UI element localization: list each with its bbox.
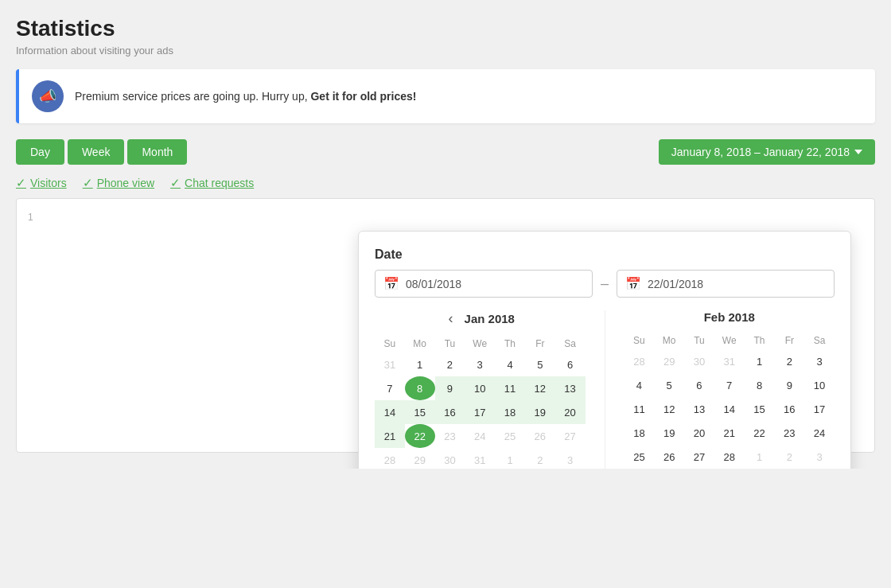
calendar-day[interactable]: 20 (684, 421, 714, 445)
calendar-day[interactable]: 17 (465, 400, 495, 424)
chevron-down-icon (854, 150, 862, 154)
day-of-week-header: Tu (684, 332, 714, 349)
day-of-week-header: Fr (525, 335, 555, 352)
left-calendar-header-row: SuMoTuWeThFrSa (375, 335, 586, 352)
calendar-day[interactable]: 12 (654, 397, 684, 421)
period-btn-group: Day Week Month (16, 139, 187, 165)
checkboxes-row: ✓ Visitors ✓ Phone view ✓ Chat requests (16, 176, 875, 190)
calendar-day: 28 (624, 349, 655, 373)
day-of-week-header: Tu (435, 335, 465, 352)
calendar-day[interactable]: 21 (714, 421, 745, 445)
calendar-week-row: 25262728123 (624, 445, 835, 469)
left-calendar-month: Jan 2018 (465, 312, 515, 325)
calendar-day[interactable]: 15 (405, 400, 435, 424)
calendar-day: 2 (525, 448, 555, 469)
calendar-day[interactable]: 11 (495, 376, 525, 400)
calendar-day[interactable]: 11 (624, 397, 655, 421)
calendar-day: 29 (405, 448, 435, 469)
calendar-day[interactable]: 24 (804, 421, 835, 445)
calendar-day: 3 (555, 448, 586, 469)
calendar-day[interactable]: 1 (405, 352, 435, 376)
chat-requests-checkbox[interactable]: ✓ Chat requests (170, 176, 254, 190)
calendar-day[interactable]: 8 (745, 373, 775, 397)
calendar-day[interactable]: 14 (714, 397, 745, 421)
calendar-day[interactable]: 8 (405, 376, 435, 400)
calendar-week-row: 18192021222324 (624, 421, 835, 445)
day-of-week-header: We (465, 335, 495, 352)
day-of-week-header: Th (495, 335, 525, 352)
calendar-day[interactable]: 14 (375, 400, 405, 424)
calendar-day[interactable]: 25 (624, 445, 655, 469)
calendar-day[interactable]: 28 (714, 445, 745, 469)
calendar-day[interactable]: 18 (495, 400, 525, 424)
calendar-day[interactable]: 2 (435, 352, 465, 376)
calendar-day[interactable]: 20 (555, 400, 586, 424)
calendar-day[interactable]: 3 (804, 349, 835, 373)
calendar-day[interactable]: 10 (804, 373, 835, 397)
day-of-week-header: Mo (654, 332, 684, 349)
end-date-input[interactable]: 📅 22/01/2018 (617, 270, 835, 298)
calendar-day: 31 (465, 448, 495, 469)
calendar-day: 31 (714, 349, 745, 373)
calendar-start-icon: 📅 (383, 276, 399, 291)
calendar-day[interactable]: 13 (555, 376, 586, 400)
calendar-day[interactable]: 22 (405, 424, 435, 448)
prev-month-button[interactable]: ‹ (446, 310, 457, 327)
calendar-day[interactable]: 2 (774, 349, 804, 373)
calendar-day[interactable]: 4 (624, 373, 655, 397)
calendar-day[interactable]: 15 (745, 397, 775, 421)
calendar-day[interactable]: 16 (774, 397, 804, 421)
visitors-checkbox[interactable]: ✓ Visitors (16, 176, 67, 190)
notification-banner: 📣 Premium service prices are going up. H… (16, 69, 875, 123)
calendar-day[interactable]: 17 (804, 397, 835, 421)
day-of-week-header: Su (375, 335, 405, 352)
day-of-week-header: Sa (555, 335, 586, 352)
right-calendar-body: 2829303112345678910111213141516171819202… (624, 349, 835, 469)
calendar-day[interactable]: 26 (654, 445, 684, 469)
date-picker-label: Date (375, 247, 835, 262)
calendar-day[interactable]: 5 (654, 373, 684, 397)
calendar-day[interactable]: 23 (774, 421, 804, 445)
calendar-day[interactable]: 5 (525, 352, 555, 376)
date-range-button[interactable]: January 8, 2018 – January 22, 2018 (659, 139, 875, 165)
calendar-day: 27 (555, 424, 586, 448)
calendar-day[interactable]: 7 (375, 376, 405, 400)
calendar-day[interactable]: 16 (435, 400, 465, 424)
calendar-day[interactable]: 12 (525, 376, 555, 400)
calendar-day[interactable]: 6 (555, 352, 586, 376)
calendar-day[interactable]: 4 (495, 352, 525, 376)
calendar-day: 30 (435, 448, 465, 469)
calendar-day[interactable]: 9 (774, 373, 804, 397)
calendar-day[interactable]: 13 (684, 397, 714, 421)
start-date-input[interactable]: 📅 08/01/2018 (375, 270, 593, 298)
calendar-day[interactable]: 6 (684, 373, 714, 397)
day-of-week-header: Su (624, 332, 655, 349)
calendar-day[interactable]: 19 (525, 400, 555, 424)
calendar-day[interactable]: 27 (684, 445, 714, 469)
month-button[interactable]: Month (127, 139, 187, 165)
calendar-day[interactable]: 21 (375, 424, 405, 448)
week-button[interactable]: Week (68, 139, 125, 165)
calendar-day[interactable]: 9 (435, 376, 465, 400)
calendar-day: 31 (375, 352, 405, 376)
day-button[interactable]: Day (16, 139, 64, 165)
day-of-week-header: We (714, 332, 745, 349)
calendar-day: 1 (495, 448, 525, 469)
calendar-day[interactable]: 18 (624, 421, 655, 445)
left-calendar-header: ‹ Jan 2018 (375, 310, 586, 327)
calendar-week-row: 14151617181920 (375, 400, 586, 424)
calendars-row: ‹ Jan 2018 SuMoTuWeThFrSa 31123456789101… (375, 310, 835, 469)
page-subtitle: Information about visiting your ads (16, 45, 875, 56)
date-inputs-row: 📅 08/01/2018 – 📅 22/01/2018 (375, 270, 835, 298)
calendar-week-row: 21222324252627 (375, 424, 586, 448)
calendar-day[interactable]: 1 (745, 349, 775, 373)
calendar-day[interactable]: 3 (465, 352, 495, 376)
calendar-day: 29 (654, 349, 684, 373)
calendar-day[interactable]: 7 (714, 373, 745, 397)
calendar-day[interactable]: 22 (745, 421, 775, 445)
calendar-week-row: 78910111213 (375, 376, 586, 400)
calendar-day[interactable]: 10 (465, 376, 495, 400)
left-calendar-body: 3112345678910111213141516171819202122232… (375, 352, 586, 469)
phone-view-checkbox[interactable]: ✓ Phone view (83, 176, 154, 190)
calendar-day[interactable]: 19 (654, 421, 684, 445)
